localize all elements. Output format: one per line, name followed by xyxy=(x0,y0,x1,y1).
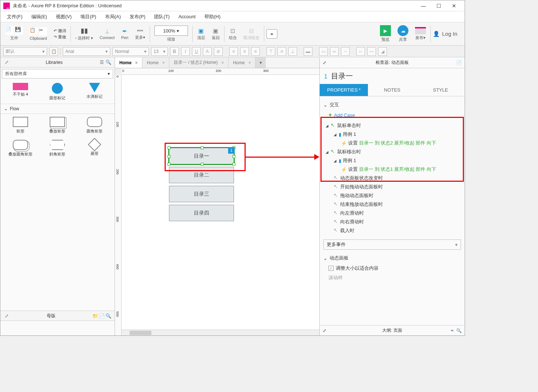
tb-share[interactable]: ☁ 共享 xyxy=(395,24,411,43)
tb-publish[interactable]: 发布▾ xyxy=(413,26,428,41)
event-load[interactable]: 载入时 xyxy=(323,226,461,235)
menu-team[interactable]: 团队(T) xyxy=(150,12,173,22)
maximize-button[interactable]: ☐ xyxy=(431,1,446,11)
strike-button[interactable]: ⊘ xyxy=(214,47,223,56)
tb-pen[interactable]: ✒ Pen xyxy=(119,27,131,41)
arrow-button[interactable]: ↔ xyxy=(356,47,365,56)
event-onclick[interactable]: ◢鼠标单击时 xyxy=(323,121,461,130)
weight-select[interactable]: Normal▾ xyxy=(112,47,149,56)
border-style-button[interactable]: ┄ xyxy=(341,47,350,56)
size-select[interactable]: 13▾ xyxy=(151,47,168,56)
event-statechange[interactable]: 动态面板状态改变时 xyxy=(323,174,461,182)
collapse-icon[interactable]: ⤢ xyxy=(323,328,326,333)
font-select[interactable]: Arial▾ xyxy=(63,47,110,56)
lib-diamond[interactable]: 菱形 xyxy=(77,138,112,158)
action-set-state2[interactable]: ⚡设置 目录一 到 状态2 展开/收起 部件 向下 xyxy=(323,139,461,147)
add-case-link[interactable]: +Add Case xyxy=(323,110,461,120)
tab-overflow[interactable]: ▾ xyxy=(255,57,266,68)
tb-file[interactable]: 📄💾 文件 xyxy=(3,26,25,42)
menu-icon[interactable]: ☰ xyxy=(99,59,105,66)
style-select[interactable]: 默认▾ xyxy=(3,47,47,56)
search-icon[interactable]: 🔍 xyxy=(105,312,112,319)
fit-content-checkbox[interactable]: ✓调整大小以适合内容 xyxy=(323,264,461,273)
tab-home-2[interactable]: Home× xyxy=(142,57,169,68)
collapse-icon[interactable]: ⤢ xyxy=(3,312,10,319)
library-select[interactable]: 所有部件库 xyxy=(2,69,113,78)
event-dragstart[interactable]: 开始拖动动态面板时 xyxy=(323,182,461,191)
italic-button[interactable]: I xyxy=(181,47,190,56)
more-events-select[interactable]: 更多事件 xyxy=(323,239,461,250)
case-1[interactable]: ◢▮用例 1 xyxy=(323,130,461,139)
h-scrollbar[interactable] xyxy=(122,330,319,335)
valign-middle-button[interactable]: ≡ xyxy=(277,47,286,56)
menu-edit[interactable]: 编辑(E) xyxy=(28,12,51,22)
case-2[interactable]: ◢▮用例 1 xyxy=(323,156,461,165)
lib-bevel-rect[interactable]: 斜角矩形 xyxy=(41,138,75,158)
tb-back[interactable]: ▣ 返回 xyxy=(210,27,222,41)
event-drag[interactable]: 拖动动态面板时 xyxy=(323,191,461,200)
align-left-button[interactable]: ≡ xyxy=(229,47,238,56)
tb-clipboard[interactable]: 📋✂ Clipboard xyxy=(27,27,49,41)
close-icon[interactable]: × xyxy=(162,60,165,65)
close-icon[interactable]: × xyxy=(135,60,138,65)
lib-sticky[interactable]: 不干贴 4 xyxy=(3,81,38,102)
event-onmouseout[interactable]: ◢鼠标移出时 xyxy=(323,147,461,156)
menu-project[interactable]: 项目(P) xyxy=(77,12,100,22)
valign-bottom-button[interactable]: ⊥ xyxy=(288,47,297,56)
minimize-button[interactable]: — xyxy=(416,1,431,11)
tb-connect[interactable]: ⟂ Connect xyxy=(97,27,117,41)
tab-style[interactable]: STYLE xyxy=(416,84,465,96)
close-icon[interactable]: × xyxy=(221,60,224,65)
collapse-icon[interactable]: ⤢ xyxy=(3,59,10,66)
close-icon[interactable]: × xyxy=(248,60,251,65)
search-icon[interactable]: 🔍 xyxy=(456,328,462,333)
border-width-button[interactable]: ═ xyxy=(330,47,339,56)
event-swiperight[interactable]: 向右滑动时 xyxy=(323,218,461,226)
lib-stacked-rect[interactable]: 叠放矩形 xyxy=(41,115,75,135)
tab-home-1[interactable]: Home× xyxy=(115,57,142,68)
menu-help[interactable]: 帮助(H) xyxy=(201,12,224,22)
tb-overflow[interactable]: » xyxy=(266,29,277,39)
tb-preview[interactable]: ▶ 预览 xyxy=(378,24,393,43)
event-dragend[interactable]: 结束拖放动态面板时 xyxy=(323,200,461,209)
page-icon[interactable]: 📄 xyxy=(456,60,462,65)
tab-notes[interactable]: NOTES xyxy=(368,84,416,96)
menu-layout[interactable]: 布局(A) xyxy=(101,12,124,22)
add-page-icon[interactable]: 📄 xyxy=(99,312,105,319)
add-folder-icon[interactable]: 📁 xyxy=(92,312,99,319)
canvas[interactable]: 目录一 目录二 目录三 目录四 1 xyxy=(122,75,319,335)
corner-button[interactable]: ◢ xyxy=(378,47,387,56)
section-interaction[interactable]: ⌄交互 xyxy=(323,99,461,110)
widget-menu3[interactable]: 目录三 xyxy=(169,186,234,202)
lib-drop[interactable]: 水滴标记 xyxy=(77,81,112,102)
line-button[interactable]: — xyxy=(367,47,376,56)
filter-icon[interactable]: ⏷ xyxy=(450,328,454,333)
menu-publish[interactable]: 发布(P) xyxy=(126,12,149,22)
tb-ungroup[interactable]: ⊟ 取消组合 xyxy=(241,27,262,41)
valign-top-button[interactable]: ⊤ xyxy=(266,47,275,56)
align-right-button[interactable]: ≡ xyxy=(251,47,260,56)
tab-properties[interactable]: PROPERTIES xyxy=(320,84,368,96)
action-set-state1[interactable]: ⚡设置 目录一 到 状态1 展开/收起 部件 向下 xyxy=(323,165,461,174)
tb-group[interactable]: ⊡ 组合 xyxy=(227,27,239,41)
lib-stacked-rounded[interactable]: 叠放圆角矩形 xyxy=(3,138,38,158)
tab-state2[interactable]: 目录一 / 状态2 (Home)× xyxy=(169,57,228,68)
lib-rounded-rect[interactable]: 圆角矩形 xyxy=(77,115,112,135)
section-dynamic-panel[interactable]: ⌄动态面板 xyxy=(323,253,461,264)
close-button[interactable]: ✕ xyxy=(446,1,462,11)
style-manager-button[interactable]: 📋 xyxy=(49,47,58,56)
menu-file[interactable]: 文件(F) xyxy=(3,12,26,22)
tb-select[interactable]: ▮▮ ▫ 选择时 ▾ xyxy=(73,26,95,42)
menu-view[interactable]: 视图(V) xyxy=(52,12,75,22)
widget-menu2[interactable]: 目录二 xyxy=(169,167,234,183)
underline-button[interactable]: U xyxy=(192,47,201,56)
lib-rect[interactable]: 矩形 xyxy=(3,115,38,135)
search-icon[interactable]: 🔍 xyxy=(105,59,112,66)
flow-section[interactable]: ⌄Flow xyxy=(0,104,115,114)
align-center-button[interactable]: ≡ xyxy=(240,47,249,56)
tab-home-3[interactable]: Home× xyxy=(228,57,255,68)
widget-menu4[interactable]: 目录四 xyxy=(169,205,234,221)
border-button[interactable]: ▭ xyxy=(319,47,328,56)
login-button[interactable]: 👤 Log In xyxy=(433,31,462,37)
menu-account[interactable]: Account xyxy=(175,12,199,21)
